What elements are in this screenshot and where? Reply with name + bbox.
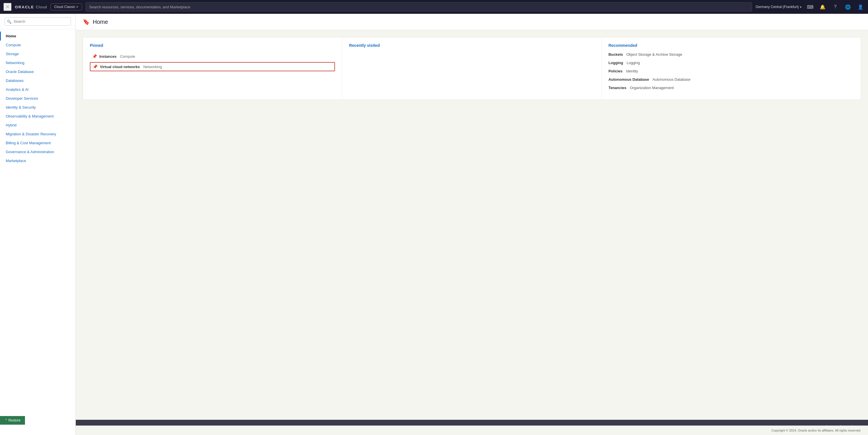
sidebar-item-oracle-database[interactable]: Oracle Database (0, 67, 75, 76)
code-icon[interactable]: ⌨ (806, 3, 814, 11)
recommended-logging[interactable]: Logging Logging (609, 61, 854, 65)
help-icon[interactable]: ? (831, 3, 839, 11)
recently-visited-title: Recently visited (349, 43, 594, 48)
oracle-text: ORACLE (15, 5, 34, 9)
bell-icon[interactable]: 🔔 (818, 3, 827, 11)
search-placeholder-text: Search resources, services, documentatio… (89, 5, 191, 9)
cloud-classic-button[interactable]: Cloud Classic > (51, 3, 82, 10)
sidebar-item-networking[interactable]: Networking (0, 58, 75, 67)
sidebar-item-databases[interactable]: Databases (0, 76, 75, 85)
recommended-autonomous-database[interactable]: Autonomous Database Autonomous Database (609, 77, 854, 82)
pin-icon-vcn: 📌 (93, 64, 98, 69)
globe-icon[interactable]: 🌐 (844, 3, 852, 11)
page-footer: Terms of Use and Privacy Cookie Preferen… (0, 426, 868, 435)
sidebar-nav: Home Compute Storage Networking Oracle D… (0, 29, 75, 168)
sidebar-item-analytics-ai[interactable]: Analytics & AI (0, 85, 75, 94)
home-icon: 🔖 (83, 19, 90, 25)
nav-right-actions: Germany Central (Frankfurt) ▾ ⌨ 🔔 ? 🌐 👤 (755, 3, 865, 11)
pinned-section-title: Pinned (90, 43, 335, 48)
home-content-grid: Pinned 📌 Instances Compute 📌 Virtual clo… (83, 37, 861, 100)
recommended-title: Recommended (609, 43, 854, 48)
search-icon: 🔍 (7, 19, 11, 24)
sidebar-item-hybrid[interactable]: Hybrid (0, 121, 75, 129)
oracle-logo: ORACLE Cloud (15, 5, 47, 9)
restore-label: ⌃ Restore (5, 418, 20, 423)
sidebar-item-home[interactable]: Home (0, 32, 75, 40)
content-area: Pinned 📌 Instances Compute 📌 Virtual clo… (76, 30, 868, 420)
sidebar-item-compute[interactable]: Compute (0, 40, 75, 50)
cloud-text: Cloud (36, 5, 47, 9)
recently-visited-section: Recently visited (342, 37, 601, 100)
global-search-bar[interactable]: Search resources, services, documentatio… (86, 2, 752, 11)
user-avatar[interactable]: 👤 (857, 3, 865, 11)
sidebar-item-identity-security[interactable]: Identity & Security (0, 103, 75, 112)
top-navigation: ✕ ORACLE Cloud Cloud Classic > Search re… (0, 0, 868, 14)
pin-icon: 📌 (92, 54, 97, 59)
main-content: 🔖 Home Pinned 📌 Instances Compute � (76, 14, 868, 435)
sidebar-item-governance-administration[interactable]: Governance & Administration (0, 147, 75, 156)
recommended-tenancies[interactable]: Tenancies Organization Management (609, 86, 854, 90)
recommended-buckets[interactable]: Buckets Object Storage & Archive Storage (609, 52, 854, 57)
pinned-item-vcn[interactable]: 📌 Virtual cloud networks Networking (90, 62, 335, 71)
vcn-category: Networking (143, 65, 162, 69)
page-header: 🔖 Home (76, 14, 868, 30)
sidebar-search-container: 🔍 (0, 14, 75, 29)
sidebar-item-developer-services[interactable]: Developer Services (0, 94, 75, 103)
app-layout: 🔍 Home Compute Storage Networking Oracle… (0, 14, 868, 435)
pinned-section: Pinned 📌 Instances Compute 📌 Virtual clo… (83, 37, 342, 100)
sidebar-item-billing-cost-management[interactable]: Billing & Cost Management (0, 139, 75, 147)
sidebar: 🔍 Home Compute Storage Networking Oracle… (0, 14, 76, 435)
sidebar-search-wrap: 🔍 (5, 17, 71, 26)
sidebar-item-observability-management[interactable]: Observability & Management (0, 112, 75, 121)
close-nav-button[interactable]: ✕ (3, 3, 11, 11)
sidebar-search-input[interactable] (5, 17, 71, 26)
recommended-policies[interactable]: Policies Identity (609, 69, 854, 73)
recommended-section: Recommended Buckets Object Storage & Arc… (601, 37, 861, 100)
pinned-item-instances[interactable]: 📌 Instances Compute (90, 52, 335, 60)
chevron-down-icon: ▾ (800, 5, 801, 9)
vcn-name: Virtual cloud networks (100, 65, 140, 69)
sidebar-item-migration-disaster-recovery[interactable]: Migration & Disaster Recovery (0, 129, 75, 139)
restore-bar[interactable]: ⌃ Restore (0, 416, 25, 425)
page-title: Home (93, 19, 108, 25)
copyright-text: Copyright © 2024, Oracle and/or its affi… (772, 429, 861, 432)
close-icon: ✕ (5, 4, 10, 10)
sidebar-item-storage[interactable]: Storage (0, 50, 75, 58)
instances-name: Instances (99, 54, 117, 59)
region-selector[interactable]: Germany Central (Frankfurt) ▾ (755, 5, 801, 9)
sidebar-item-marketplace[interactable]: Marketplace (0, 156, 75, 165)
instances-category: Compute (120, 54, 135, 59)
